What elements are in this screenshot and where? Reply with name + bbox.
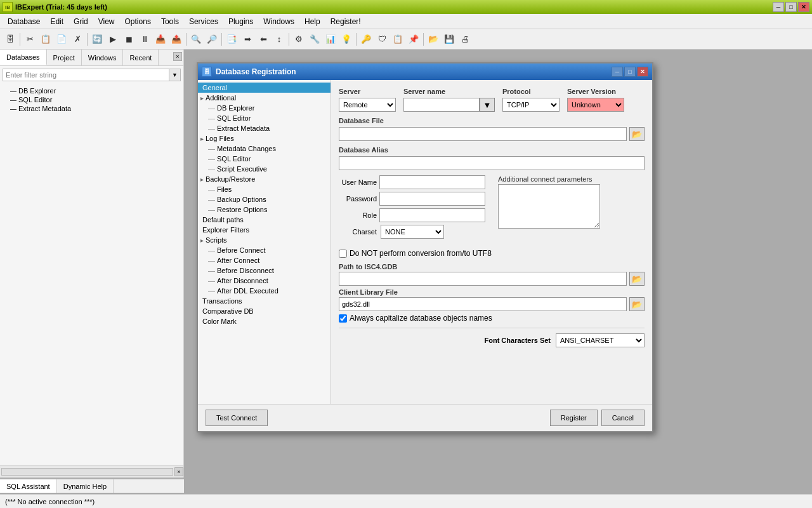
menu-options[interactable]: Options [120, 14, 156, 29]
server-name-dropdown-btn[interactable]: ▼ [480, 98, 495, 112]
cancel-button[interactable]: Cancel [601, 410, 645, 426]
capitalize-checkbox[interactable] [339, 314, 347, 323]
tab-sql-assistant[interactable]: SQL Assistant [0, 479, 57, 493]
tb-btn-7[interactable]: ▶ [105, 32, 121, 47]
font-charset-select[interactable]: ANSI_CHARSET DEFAULT_CHARSET OEM_CHARSET [556, 333, 645, 347]
tb-btn-25[interactable]: 📌 [406, 32, 421, 47]
dlg-tree-db-explorer[interactable]: — DB Explorer [198, 103, 331, 113]
dlg-tree-before-disconnect[interactable]: — Before Disconnect [198, 265, 331, 276]
tb-btn-22[interactable]: 🔑 [358, 32, 374, 47]
tb-btn-1[interactable]: 🗄 [3, 32, 18, 47]
dlg-tree-default-paths[interactable]: Default paths [198, 215, 331, 225]
dlg-tree-color-mark[interactable]: Color Mark [198, 316, 331, 326]
dlg-tree-log-files[interactable]: ▸ Log Files [198, 133, 331, 144]
scrollbar-close[interactable]: × [174, 467, 183, 476]
dlg-tree-additional[interactable]: ▸ Additional [198, 93, 331, 103]
protocol-select[interactable]: TCP/IP NetBEUI SPX [502, 98, 560, 112]
dlg-tree-backup-options[interactable]: — Backup Options [198, 194, 331, 204]
dlg-tree-backup-restore[interactable]: ▸ Backup/Restore [198, 174, 331, 184]
test-connect-button[interactable]: Test Connect [206, 410, 268, 426]
minimize-button[interactable]: ─ [773, 2, 784, 12]
utf8-checkbox[interactable] [339, 250, 347, 258]
dialog-close[interactable]: ✕ [637, 67, 648, 77]
tb-btn-8[interactable]: ◼ [121, 32, 136, 47]
dlg-tree-general[interactable]: General [198, 83, 331, 93]
tb-btn-15[interactable]: ➡ [240, 32, 255, 47]
server-name-input[interactable] [403, 98, 480, 112]
dlg-tree-after-ddl[interactable]: — After DDL Executed [198, 286, 331, 296]
add-params-textarea[interactable] [498, 184, 600, 229]
dlg-tree-extract-metadata[interactable]: — Extract Metadata [198, 123, 331, 133]
tab-dynamic-help[interactable]: Dynamic Help [57, 479, 114, 493]
tb-btn-18[interactable]: ⚙ [291, 32, 306, 47]
menu-grid[interactable]: Grid [69, 14, 93, 29]
dlg-tree-before-connect[interactable]: — Before Connect [198, 245, 331, 255]
tb-btn-19[interactable]: 🔧 [307, 32, 322, 47]
menu-database[interactable]: Database [3, 14, 45, 29]
menu-help[interactable]: Help [299, 14, 325, 29]
tree-item-extract-metadata[interactable]: — Extract Metadata [1, 104, 182, 113]
dlg-tree-comparative-db[interactable]: Comparative DB [198, 306, 331, 316]
tab-project[interactable]: Project [47, 50, 82, 65]
menu-edit[interactable]: Edit [45, 14, 69, 29]
dialog-minimize[interactable]: ─ [612, 67, 623, 77]
menu-windows[interactable]: Windows [258, 14, 299, 29]
username-input[interactable] [379, 175, 485, 189]
menu-tools[interactable]: Tools [156, 14, 184, 29]
menu-services[interactable]: Services [184, 14, 223, 29]
path-isc4-browse-btn[interactable]: 📂 [629, 272, 645, 286]
tab-windows[interactable]: Windows [82, 50, 124, 65]
tb-btn-11[interactable]: 📤 [169, 32, 184, 47]
tb-btn-5[interactable]: ✗ [70, 32, 85, 47]
dlg-tree-files[interactable]: — Files [198, 184, 331, 194]
tb-btn-2[interactable]: ✂ [22, 32, 37, 47]
tb-btn-28[interactable]: 🖨 [457, 32, 473, 47]
server-select[interactable]: Remote Local [339, 98, 396, 112]
tree-item-sql-editor[interactable]: — SQL Editor [1, 95, 182, 104]
tb-btn-6[interactable]: 🔄 [89, 32, 105, 47]
tb-btn-14[interactable]: 📑 [224, 32, 239, 47]
dlg-tree-sql-editor[interactable]: — SQL Editor [198, 113, 331, 123]
tb-btn-20[interactable]: 📊 [323, 32, 338, 47]
tab-databases[interactable]: Databases [0, 50, 47, 65]
role-input[interactable] [379, 208, 485, 222]
dlg-tree-transactions[interactable]: Transactions [198, 296, 331, 306]
tb-btn-21[interactable]: 💡 [339, 32, 354, 47]
tab-recent[interactable]: Recent [123, 50, 159, 65]
tb-btn-16[interactable]: ⬅ [256, 32, 271, 47]
tree-item-db-explorer[interactable]: — DB Explorer [1, 86, 182, 95]
dlg-tree-explorer-filters[interactable]: Explorer Filters [198, 225, 331, 235]
tb-btn-3[interactable]: 📋 [38, 32, 53, 47]
tb-btn-27[interactable]: 💾 [442, 32, 457, 47]
tb-btn-13[interactable]: 🔎 [204, 32, 219, 47]
password-input[interactable] [379, 192, 485, 206]
path-isc4-input[interactable] [339, 272, 627, 286]
dlg-tree-scripts[interactable]: ▸ Scripts [198, 235, 331, 245]
filter-input[interactable] [3, 69, 169, 81]
tb-btn-10[interactable]: 📥 [153, 32, 168, 47]
dlg-tree-after-connect[interactable]: — After Connect [198, 255, 331, 265]
menu-plugins[interactable]: Plugins [223, 14, 258, 29]
db-file-browse-btn[interactable]: 📂 [629, 127, 645, 141]
tb-btn-26[interactable]: 📂 [426, 32, 441, 47]
client-lib-browse-btn[interactable]: 📂 [629, 297, 645, 311]
tb-btn-12[interactable]: 🔍 [188, 32, 204, 47]
maximize-button[interactable]: □ [785, 2, 797, 12]
db-alias-input[interactable] [339, 156, 645, 170]
menu-view[interactable]: View [93, 14, 120, 29]
register-button[interactable]: Register [550, 410, 598, 426]
scroll-track[interactable] [1, 468, 173, 476]
tb-btn-23[interactable]: 🛡 [374, 32, 390, 47]
dlg-tree-sql-editor-2[interactable]: — SQL Editor [198, 154, 331, 164]
tb-btn-24[interactable]: 📋 [390, 32, 405, 47]
filter-dropdown[interactable]: ▼ [169, 69, 181, 81]
db-file-input[interactable] [339, 127, 627, 141]
charset-select[interactable]: NONE UTF8 WIN1252 ISO8859_1 [381, 225, 444, 239]
menu-register[interactable]: Register! [325, 14, 366, 29]
panel-close-btn[interactable]: × [173, 52, 182, 61]
tb-btn-9[interactable]: ⏸ [137, 32, 152, 47]
dlg-tree-restore-options[interactable]: — Restore Options [198, 204, 331, 215]
server-version-select[interactable]: Unknown FB 1.0 FB 1.5 FB 2.0 FB 2.1 FB 2… [567, 98, 624, 112]
tb-btn-4[interactable]: 📄 [54, 32, 69, 47]
close-button[interactable]: ✕ [798, 2, 809, 12]
